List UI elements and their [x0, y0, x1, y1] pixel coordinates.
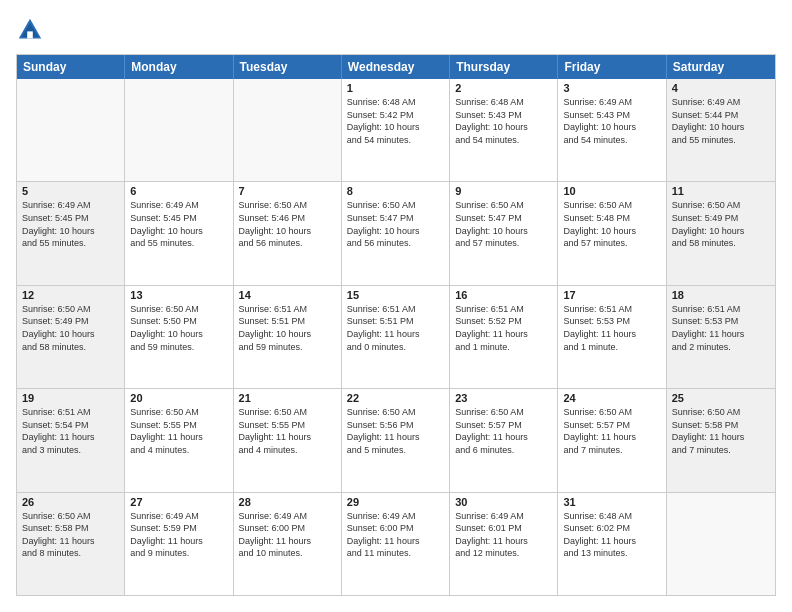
day-sun-info: Sunrise: 6:50 AM Sunset: 5:55 PM Dayligh… [130, 406, 227, 456]
day-sun-info: Sunrise: 6:49 AM Sunset: 5:44 PM Dayligh… [672, 96, 770, 146]
calendar-cell: 28Sunrise: 6:49 AM Sunset: 6:00 PM Dayli… [234, 493, 342, 595]
day-number: 26 [22, 496, 119, 508]
day-sun-info: Sunrise: 6:48 AM Sunset: 5:42 PM Dayligh… [347, 96, 444, 146]
day-sun-info: Sunrise: 6:50 AM Sunset: 5:56 PM Dayligh… [347, 406, 444, 456]
calendar-cell: 30Sunrise: 6:49 AM Sunset: 6:01 PM Dayli… [450, 493, 558, 595]
day-sun-info: Sunrise: 6:50 AM Sunset: 5:58 PM Dayligh… [672, 406, 770, 456]
calendar-body: 1Sunrise: 6:48 AM Sunset: 5:42 PM Daylig… [17, 79, 775, 595]
calendar-cell: 10Sunrise: 6:50 AM Sunset: 5:48 PM Dayli… [558, 182, 666, 284]
calendar-cell [17, 79, 125, 181]
day-number: 10 [563, 185, 660, 197]
calendar-cell: 8Sunrise: 6:50 AM Sunset: 5:47 PM Daylig… [342, 182, 450, 284]
calendar-cell: 26Sunrise: 6:50 AM Sunset: 5:58 PM Dayli… [17, 493, 125, 595]
day-number: 12 [22, 289, 119, 301]
day-number: 31 [563, 496, 660, 508]
calendar-cell: 20Sunrise: 6:50 AM Sunset: 5:55 PM Dayli… [125, 389, 233, 491]
header-day-monday: Monday [125, 55, 233, 79]
day-sun-info: Sunrise: 6:50 AM Sunset: 5:50 PM Dayligh… [130, 303, 227, 353]
day-number: 2 [455, 82, 552, 94]
day-number: 18 [672, 289, 770, 301]
logo-icon [16, 16, 44, 44]
calendar-cell: 4Sunrise: 6:49 AM Sunset: 5:44 PM Daylig… [667, 79, 775, 181]
header-day-wednesday: Wednesday [342, 55, 450, 79]
day-sun-info: Sunrise: 6:49 AM Sunset: 5:43 PM Dayligh… [563, 96, 660, 146]
calendar-cell: 19Sunrise: 6:51 AM Sunset: 5:54 PM Dayli… [17, 389, 125, 491]
calendar-cell: 14Sunrise: 6:51 AM Sunset: 5:51 PM Dayli… [234, 286, 342, 388]
day-sun-info: Sunrise: 6:50 AM Sunset: 5:47 PM Dayligh… [455, 199, 552, 249]
calendar-cell [234, 79, 342, 181]
calendar-cell: 15Sunrise: 6:51 AM Sunset: 5:51 PM Dayli… [342, 286, 450, 388]
day-number: 5 [22, 185, 119, 197]
logo [16, 16, 46, 44]
calendar-cell: 1Sunrise: 6:48 AM Sunset: 5:42 PM Daylig… [342, 79, 450, 181]
day-sun-info: Sunrise: 6:49 AM Sunset: 5:59 PM Dayligh… [130, 510, 227, 560]
day-number: 27 [130, 496, 227, 508]
calendar-cell: 18Sunrise: 6:51 AM Sunset: 5:53 PM Dayli… [667, 286, 775, 388]
day-number: 19 [22, 392, 119, 404]
calendar-cell: 12Sunrise: 6:50 AM Sunset: 5:49 PM Dayli… [17, 286, 125, 388]
day-sun-info: Sunrise: 6:49 AM Sunset: 6:00 PM Dayligh… [239, 510, 336, 560]
day-number: 20 [130, 392, 227, 404]
calendar-cell: 11Sunrise: 6:50 AM Sunset: 5:49 PM Dayli… [667, 182, 775, 284]
day-number: 30 [455, 496, 552, 508]
day-number: 14 [239, 289, 336, 301]
calendar-cell: 2Sunrise: 6:48 AM Sunset: 5:43 PM Daylig… [450, 79, 558, 181]
day-number: 7 [239, 185, 336, 197]
day-sun-info: Sunrise: 6:49 AM Sunset: 6:01 PM Dayligh… [455, 510, 552, 560]
header [16, 16, 776, 44]
day-number: 9 [455, 185, 552, 197]
day-sun-info: Sunrise: 6:48 AM Sunset: 5:43 PM Dayligh… [455, 96, 552, 146]
calendar-cell [125, 79, 233, 181]
day-sun-info: Sunrise: 6:49 AM Sunset: 5:45 PM Dayligh… [130, 199, 227, 249]
day-sun-info: Sunrise: 6:48 AM Sunset: 6:02 PM Dayligh… [563, 510, 660, 560]
calendar-cell: 13Sunrise: 6:50 AM Sunset: 5:50 PM Dayli… [125, 286, 233, 388]
day-number: 13 [130, 289, 227, 301]
calendar-cell: 6Sunrise: 6:49 AM Sunset: 5:45 PM Daylig… [125, 182, 233, 284]
day-sun-info: Sunrise: 6:50 AM Sunset: 5:58 PM Dayligh… [22, 510, 119, 560]
day-number: 22 [347, 392, 444, 404]
calendar-cell: 22Sunrise: 6:50 AM Sunset: 5:56 PM Dayli… [342, 389, 450, 491]
calendar-cell: 16Sunrise: 6:51 AM Sunset: 5:52 PM Dayli… [450, 286, 558, 388]
day-number: 24 [563, 392, 660, 404]
calendar-cell: 27Sunrise: 6:49 AM Sunset: 5:59 PM Dayli… [125, 493, 233, 595]
day-sun-info: Sunrise: 6:51 AM Sunset: 5:54 PM Dayligh… [22, 406, 119, 456]
day-number: 28 [239, 496, 336, 508]
header-day-friday: Friday [558, 55, 666, 79]
calendar-cell: 7Sunrise: 6:50 AM Sunset: 5:46 PM Daylig… [234, 182, 342, 284]
day-sun-info: Sunrise: 6:50 AM Sunset: 5:48 PM Dayligh… [563, 199, 660, 249]
calendar-cell: 31Sunrise: 6:48 AM Sunset: 6:02 PM Dayli… [558, 493, 666, 595]
day-number: 25 [672, 392, 770, 404]
calendar-week-3: 19Sunrise: 6:51 AM Sunset: 5:54 PM Dayli… [17, 389, 775, 492]
day-sun-info: Sunrise: 6:50 AM Sunset: 5:57 PM Dayligh… [455, 406, 552, 456]
header-day-thursday: Thursday [450, 55, 558, 79]
calendar-week-1: 5Sunrise: 6:49 AM Sunset: 5:45 PM Daylig… [17, 182, 775, 285]
day-number: 8 [347, 185, 444, 197]
calendar-cell: 25Sunrise: 6:50 AM Sunset: 5:58 PM Dayli… [667, 389, 775, 491]
day-number: 16 [455, 289, 552, 301]
calendar-cell: 23Sunrise: 6:50 AM Sunset: 5:57 PM Dayli… [450, 389, 558, 491]
day-sun-info: Sunrise: 6:50 AM Sunset: 5:57 PM Dayligh… [563, 406, 660, 456]
header-day-saturday: Saturday [667, 55, 775, 79]
header-day-tuesday: Tuesday [234, 55, 342, 79]
day-number: 23 [455, 392, 552, 404]
calendar-cell: 21Sunrise: 6:50 AM Sunset: 5:55 PM Dayli… [234, 389, 342, 491]
day-sun-info: Sunrise: 6:50 AM Sunset: 5:49 PM Dayligh… [672, 199, 770, 249]
day-number: 4 [672, 82, 770, 94]
day-sun-info: Sunrise: 6:51 AM Sunset: 5:52 PM Dayligh… [455, 303, 552, 353]
day-sun-info: Sunrise: 6:49 AM Sunset: 6:00 PM Dayligh… [347, 510, 444, 560]
day-sun-info: Sunrise: 6:50 AM Sunset: 5:49 PM Dayligh… [22, 303, 119, 353]
calendar-cell: 17Sunrise: 6:51 AM Sunset: 5:53 PM Dayli… [558, 286, 666, 388]
calendar-week-0: 1Sunrise: 6:48 AM Sunset: 5:42 PM Daylig… [17, 79, 775, 182]
calendar-week-4: 26Sunrise: 6:50 AM Sunset: 5:58 PM Dayli… [17, 493, 775, 595]
header-day-sunday: Sunday [17, 55, 125, 79]
calendar-cell: 5Sunrise: 6:49 AM Sunset: 5:45 PM Daylig… [17, 182, 125, 284]
calendar-cell [667, 493, 775, 595]
day-sun-info: Sunrise: 6:51 AM Sunset: 5:53 PM Dayligh… [563, 303, 660, 353]
calendar: SundayMondayTuesdayWednesdayThursdayFrid… [16, 54, 776, 596]
day-number: 6 [130, 185, 227, 197]
day-number: 11 [672, 185, 770, 197]
day-sun-info: Sunrise: 6:50 AM Sunset: 5:46 PM Dayligh… [239, 199, 336, 249]
calendar-cell: 9Sunrise: 6:50 AM Sunset: 5:47 PM Daylig… [450, 182, 558, 284]
calendar-cell: 24Sunrise: 6:50 AM Sunset: 5:57 PM Dayli… [558, 389, 666, 491]
day-sun-info: Sunrise: 6:50 AM Sunset: 5:47 PM Dayligh… [347, 199, 444, 249]
